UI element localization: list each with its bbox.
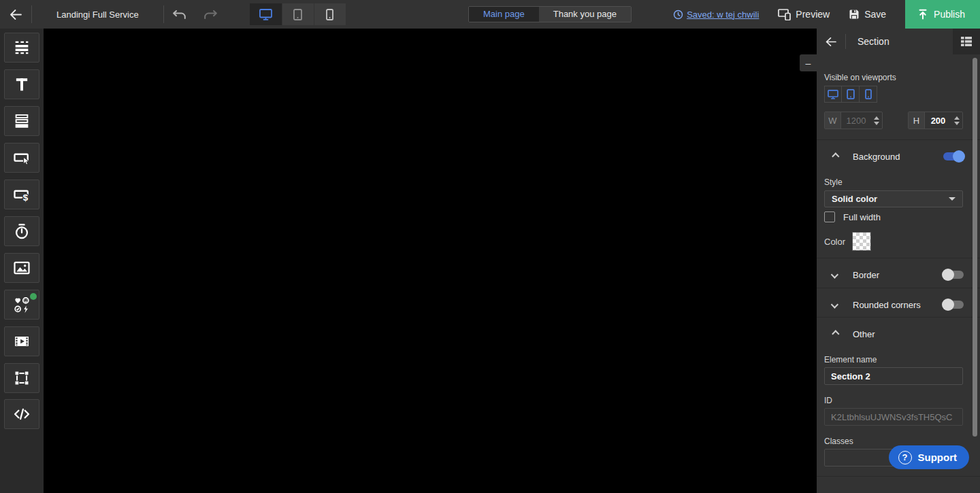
rounded-corners-toggle[interactable] — [943, 301, 964, 309]
height-stepper[interactable] — [951, 112, 962, 129]
widget-form[interactable] — [4, 106, 39, 136]
divider — [817, 258, 980, 258]
panel-title: Section — [858, 36, 889, 47]
color-option: Color — [824, 232, 871, 251]
color-swatch[interactable] — [852, 232, 871, 251]
widget-counter[interactable] — [4, 216, 39, 246]
id-input[interactable] — [824, 408, 963, 426]
editor-canvas[interactable] — [44, 29, 817, 493]
width-stepper[interactable] — [871, 112, 881, 129]
other-label: Other — [853, 329, 875, 339]
page-tabs: Main page Thank you page — [468, 6, 632, 22]
save-label: Save — [864, 9, 886, 20]
widget-custom-code[interactable] — [4, 399, 39, 429]
redo-button[interactable] — [195, 0, 227, 29]
widget-shape[interactable] — [4, 363, 39, 393]
device-desktop-button[interactable] — [250, 3, 282, 25]
layers-list-button[interactable] — [953, 29, 980, 54]
shape-icon — [12, 369, 31, 388]
widget-image[interactable] — [4, 253, 39, 283]
widget-icons[interactable] — [4, 290, 39, 320]
saved-status-link[interactable]: Saved: w tej chwili — [673, 10, 759, 20]
panel-back-button[interactable] — [817, 29, 845, 54]
width-input-group: W — [824, 112, 883, 129]
element-name-input[interactable] — [824, 367, 963, 385]
panel-header: Section — [817, 29, 980, 54]
stepper-down-icon[interactable] — [954, 122, 960, 125]
toggle-knob — [953, 150, 965, 163]
section-icon — [12, 38, 31, 57]
minus-icon: – — [806, 58, 811, 68]
widget-video[interactable] — [4, 326, 39, 356]
panel-scrollbar[interactable] — [973, 58, 977, 437]
support-label: Support — [918, 452, 958, 463]
height-input[interactable] — [925, 112, 951, 129]
stepper-down-icon[interactable] — [874, 122, 879, 125]
tab-main-page[interactable]: Main page — [469, 7, 539, 22]
width-label: W — [825, 112, 841, 129]
tablet-icon — [293, 9, 302, 20]
publish-button[interactable]: Publish — [905, 0, 980, 29]
widget-button[interactable] — [4, 143, 39, 173]
widget-section[interactable] — [4, 33, 39, 63]
divider — [817, 317, 980, 318]
border-toggle[interactable] — [943, 271, 964, 279]
preview-label: Preview — [796, 9, 830, 20]
classes-label: Classes — [824, 437, 853, 446]
style-dropdown-value: Solid color — [832, 194, 877, 204]
undo-button[interactable] — [164, 0, 195, 29]
viewport-desktop-button[interactable] — [824, 86, 842, 103]
button-icon — [12, 148, 31, 167]
save-button[interactable]: Save — [849, 9, 886, 20]
full-width-label: Full width — [843, 212, 881, 222]
widget-text[interactable] — [4, 69, 39, 99]
tablet-icon — [847, 89, 855, 99]
height-input-group: H — [908, 112, 963, 129]
code-icon — [12, 405, 31, 424]
toggle-knob — [942, 269, 954, 281]
chevron-up-icon — [832, 152, 839, 160]
text-icon — [12, 75, 31, 94]
stepper-up-icon[interactable] — [954, 116, 960, 120]
topbar-right: Saved: w tej chwili Preview Save Publish — [673, 0, 980, 29]
chevron-up-icon — [832, 330, 839, 337]
image-icon — [12, 258, 31, 277]
preview-button[interactable]: Preview — [778, 9, 830, 20]
background-section-header[interactable]: Background — [817, 144, 980, 169]
form-icon — [12, 112, 31, 131]
viewport-mobile-button[interactable] — [860, 86, 877, 103]
width-input[interactable] — [841, 112, 871, 129]
mobile-icon — [865, 89, 872, 99]
tab-thank-you-page[interactable]: Thank you page — [539, 7, 631, 22]
back-arrow-icon — [9, 9, 22, 20]
svg-text:$: $ — [23, 192, 29, 203]
viewport-tablet-button[interactable] — [842, 86, 860, 103]
viewports-label: Visible on viewports — [824, 73, 896, 82]
desktop-icon — [259, 9, 272, 20]
chevron-down-icon — [831, 301, 838, 308]
collapse-panel-button[interactable]: – — [800, 54, 817, 71]
rounded-corners-label: Rounded corners — [853, 300, 921, 310]
stepper-up-icon[interactable] — [874, 116, 879, 120]
full-width-option[interactable]: Full width — [824, 211, 881, 222]
publish-label: Publish — [934, 9, 965, 20]
saved-status-label: Saved: w tej chwili — [687, 10, 759, 20]
widget-paid-button[interactable]: $ — [4, 180, 39, 209]
publish-upload-icon — [917, 9, 928, 20]
device-mobile-button[interactable] — [314, 3, 346, 25]
redo-icon — [203, 10, 218, 20]
other-section-header[interactable]: Other — [817, 322, 980, 346]
background-toggle[interactable] — [943, 152, 964, 160]
viewport-visibility-group — [824, 86, 877, 103]
border-section-header[interactable]: Border — [817, 262, 980, 287]
video-icon — [12, 332, 31, 351]
save-floppy-icon — [849, 9, 860, 20]
full-width-checkbox[interactable] — [824, 211, 835, 222]
back-button[interactable] — [0, 0, 31, 29]
style-dropdown[interactable]: Solid color — [824, 190, 963, 207]
rounded-corners-section-header[interactable]: Rounded corners — [817, 292, 980, 317]
device-tablet-button[interactable] — [282, 3, 314, 25]
toggle-knob — [942, 299, 954, 311]
section-settings-panel: Section Visible on viewports W — [817, 29, 980, 493]
support-button[interactable]: ? Support — [889, 445, 970, 469]
